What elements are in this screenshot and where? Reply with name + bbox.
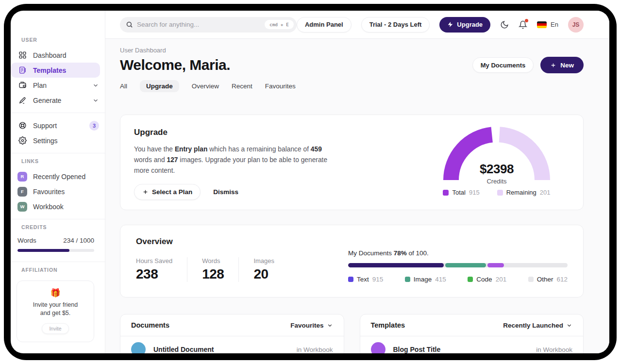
documents-card: Documents Favourites Untitled Document [120, 314, 344, 353]
gauge-legend: Total 915 Remaining 201 [442, 189, 551, 196]
select-plan-button[interactable]: Select a Plan [134, 184, 201, 200]
sidebar-link-favourites[interactable]: F Favourites [11, 184, 105, 199]
link-initial-avatar: W [17, 202, 27, 212]
stat-label: Words [202, 257, 224, 265]
chevron-down-icon [327, 322, 333, 329]
new-button-label: New [560, 62, 574, 69]
sidebar-item-plan[interactable]: Plan [11, 78, 105, 93]
sidebar-item-generate[interactable]: Generate [11, 93, 105, 108]
overview-card: Overview Hours Saved 238 Words 128 [120, 225, 584, 298]
sidebar: USER Dashboard Templates Plan [11, 11, 105, 353]
sidebar-section-user: USER [11, 37, 105, 43]
notification-dot [525, 19, 528, 22]
credits-label: Words [17, 237, 36, 244]
tab-favourites[interactable]: Favourites [265, 80, 296, 92]
legend-other: Other 612 [528, 276, 568, 283]
language-selector[interactable] [537, 21, 547, 28]
gauge-chart: $2398 Credits [442, 123, 551, 185]
sidebar-item-dashboard[interactable]: Dashboard [11, 48, 105, 63]
stat-label: Hours Saved [136, 257, 172, 265]
legend-swatch [405, 277, 410, 282]
sidebar-item-settings[interactable]: Settings [11, 133, 105, 148]
overview-stats: Hours Saved 238 Words 128 Images 20 [136, 257, 303, 282]
stat-value: 20 [253, 266, 274, 282]
upgrade-button[interactable]: Upgrade [439, 17, 490, 33]
plus-icon [550, 62, 556, 68]
document-avatar [131, 342, 146, 353]
bolt-icon [447, 21, 453, 28]
tab-upgrade[interactable]: Upgrade [140, 80, 179, 92]
sidebar-link-workbook[interactable]: W Workbook [11, 199, 105, 214]
sidebar-link-recently-opened[interactable]: R Recently Opened [11, 169, 105, 184]
search-bar[interactable]: cmd + E [120, 17, 297, 33]
bar-segment-image [445, 263, 486, 267]
documents-filter-dropdown[interactable]: Favourites [290, 322, 333, 329]
legend-swatch [468, 277, 473, 282]
user-avatar[interactable]: JS [568, 17, 584, 33]
documents-card-header: Documents Favourites [120, 314, 344, 336]
progress-suffix: of 100. [407, 249, 429, 257]
dismiss-button[interactable]: Dismiss [213, 188, 238, 196]
documents-card-title: Documents [131, 321, 169, 329]
legend-label: Total [452, 189, 465, 196]
sidebar-item-support[interactable]: Support 3 [11, 118, 105, 133]
title-actions: My Documents New [472, 57, 584, 73]
credits-progress-fill [17, 249, 69, 252]
document-list-item[interactable]: Untitled Document in Workbook [120, 336, 344, 353]
admin-panel-button[interactable]: Admin Panel [297, 17, 352, 33]
search-input[interactable] [137, 21, 265, 28]
gauge-value: $2398 [442, 162, 551, 177]
stat-images: Images 20 [253, 257, 289, 282]
templates-card-header: Templates Recently Launched [360, 314, 584, 336]
chevron-down-icon [92, 97, 99, 104]
chevron-down-icon [92, 82, 99, 89]
search-icon [126, 21, 133, 28]
invite-button[interactable]: Invite [42, 323, 68, 334]
legend-value: 612 [556, 276, 568, 283]
dark-mode-toggle[interactable] [500, 20, 509, 29]
stat-words: Words 128 [202, 257, 239, 282]
tab-all[interactable]: All [120, 80, 127, 92]
documents-filter-label: Favourites [290, 322, 323, 329]
templates-filter-dropdown[interactable]: Recently Launched [503, 322, 572, 329]
template-list-item[interactable]: Blog Post Title in Workbook [360, 336, 584, 353]
content-area: User Dashboard Welcome, Maria. My Docume… [105, 39, 609, 353]
body-bold: 127 [167, 156, 178, 164]
gift-icon: 🎁 [22, 288, 89, 298]
legend-value: 201 [496, 276, 507, 283]
sidebar-link-label: Favourites [33, 188, 65, 196]
gauge-caption: Credits [442, 178, 551, 185]
tab-overview[interactable]: Overview [192, 80, 219, 92]
body-text: which has a remaining balance of [207, 146, 310, 153]
tab-recent[interactable]: Recent [232, 80, 252, 92]
stacked-progress-bar [348, 263, 568, 267]
bottom-row: Documents Favourites Untitled Document [120, 314, 584, 353]
template-avatar [371, 342, 385, 353]
select-plan-label: Select a Plan [152, 188, 192, 196]
filter-tabs: All Upgrade Overview Recent Favourites [120, 80, 584, 92]
topbar: cmd + E Admin Panel Trial - 2 Days Left … [105, 11, 609, 39]
trial-status-button[interactable]: Trial - 2 Days Left [361, 17, 430, 33]
legend-label: Image [414, 276, 432, 283]
legend-remaining: Remaining 201 [497, 189, 551, 196]
body-text: You have the [134, 146, 175, 153]
notifications-button[interactable] [519, 20, 527, 29]
overview-right: My Documents 78% of 100. Text [348, 237, 568, 285]
link-initial-avatar: R [17, 172, 27, 182]
body-text: words and [134, 156, 167, 164]
legend-label: Text [357, 276, 369, 283]
language-label[interactable]: En [551, 21, 558, 28]
credits-value: 234 / 1000 [63, 237, 94, 244]
sidebar-divider [11, 219, 105, 219]
legend-swatch [528, 277, 534, 282]
new-button[interactable]: New [540, 57, 584, 73]
body-bold: 459 [311, 146, 322, 153]
support-count-badge: 3 [89, 121, 99, 131]
sidebar-item-templates[interactable]: Templates [11, 63, 100, 78]
sidebar-divider [11, 153, 105, 153]
my-documents-button[interactable]: My Documents [472, 57, 534, 73]
wallet-icon [17, 81, 27, 90]
templates-card-title: Templates [371, 321, 405, 329]
upgrade-card-body: You have the Entry plan which has a rema… [134, 144, 333, 176]
upgrade-card: Upgrade You have the Entry plan which ha… [120, 115, 584, 210]
